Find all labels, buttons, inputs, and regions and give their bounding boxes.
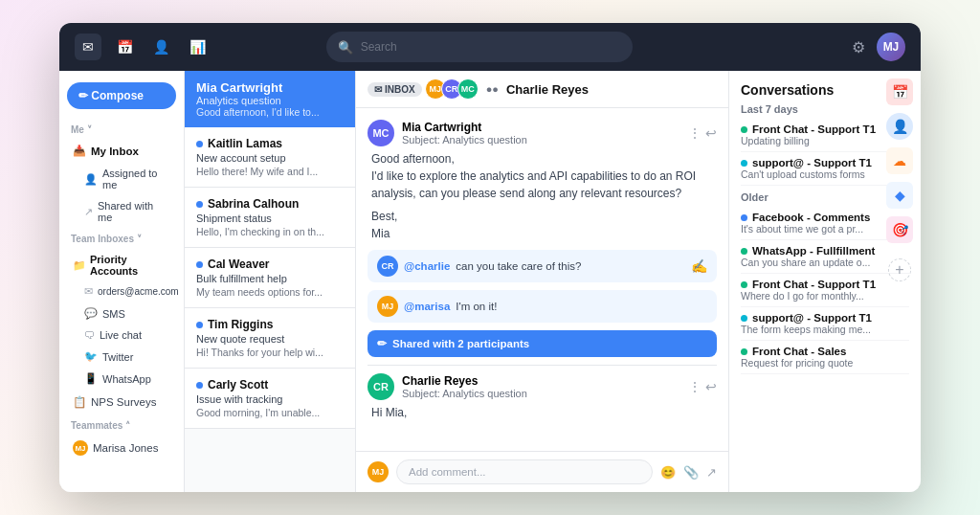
conv-item-older-1[interactable]: WhatsApp - Fullfillment Can you share an… bbox=[741, 240, 909, 274]
selected-subject: Analytics question bbox=[196, 95, 344, 106]
msg2-greeting: Hi Mia, bbox=[368, 404, 717, 421]
msg1-subject: Subject: Analytics question bbox=[402, 134, 527, 146]
folder-icon: 📁 bbox=[73, 259, 86, 272]
survey-icon: 📋 bbox=[73, 395, 86, 409]
unread-dot bbox=[196, 261, 203, 268]
inbox-icon-badge: ✉ bbox=[374, 84, 382, 95]
message-2: CR Charlie Reyes Subject: Analytics ques… bbox=[368, 365, 717, 421]
calendar-app-icon[interactable]: 📅 bbox=[886, 78, 913, 105]
status-dot bbox=[741, 214, 747, 221]
msg1-body: I'd like to explore the analytics and AP… bbox=[368, 168, 717, 202]
compose-button[interactable]: ✏ Compose bbox=[67, 82, 176, 109]
search-icon: 🔍 bbox=[338, 40, 353, 55]
chat-footer: MJ Add comment... 😊 📎 ↗ bbox=[356, 451, 728, 492]
selected-sender-name: Mia Cartwright bbox=[196, 80, 344, 95]
settings-icon[interactable]: ⚙ bbox=[852, 38, 865, 56]
contacts-app-icon[interactable]: 👤 bbox=[886, 113, 913, 140]
topbar-nav-icons: ✉ 📅 👤 📊 bbox=[75, 34, 211, 60]
msg2-header: CR Charlie Reyes Subject: Analytics ques… bbox=[368, 373, 717, 404]
mention1-scribble: ✍ bbox=[691, 258, 707, 274]
send-icon[interactable]: ↗ bbox=[706, 465, 717, 480]
unread-dot bbox=[196, 201, 203, 208]
me-section-label: Me ˅ bbox=[67, 121, 176, 137]
msg1-actions[interactable]: ⋮ ↩ bbox=[688, 125, 717, 141]
inbox-icon-sm: 📥 bbox=[73, 145, 86, 157]
conv-item-older-0[interactable]: Facebook - Comments It's about time we g… bbox=[741, 207, 909, 240]
inbox-item-4[interactable]: Carly Scott Issue with tracking Good mor… bbox=[185, 369, 355, 429]
attachment-icon[interactable]: 📎 bbox=[683, 465, 699, 480]
unread-dot bbox=[196, 382, 203, 389]
unread-dot bbox=[196, 141, 203, 147]
conv-item-older-2[interactable]: Front Chat - Support T1 Where do I go fo… bbox=[741, 274, 909, 307]
selected-preview: Good afternoon, I'd like to... bbox=[196, 106, 344, 118]
search-placeholder: Search bbox=[361, 40, 397, 54]
share-icon-sm: ↗ bbox=[84, 206, 93, 218]
message-1: MC Mia Cartwright Subject: Analytics que… bbox=[368, 120, 717, 242]
footer-icons: 😊 📎 ↗ bbox=[660, 465, 717, 480]
status-dot bbox=[741, 315, 747, 322]
sidebar-item-twitter[interactable]: 🐦 Twitter bbox=[67, 347, 176, 366]
topbar: ✉ 📅 👤 📊 🔍 Search ⚙ MJ bbox=[59, 23, 921, 71]
msg2-avatar: CR bbox=[368, 373, 394, 400]
msg1-header: MC Mia Cartwright Subject: Analytics que… bbox=[368, 120, 717, 150]
team-inboxes-label: Team Inboxes ˅ bbox=[67, 230, 176, 246]
sidebar-item-assigned[interactable]: 👤 Assigned to me bbox=[67, 165, 176, 193]
mention-1: CR @charlie can you take care of this? ✍ bbox=[368, 250, 717, 282]
unread-dot bbox=[196, 322, 203, 328]
conv-item-0[interactable]: Front Chat - Support T1 Updating billing bbox=[741, 119, 909, 152]
sidebar-item-whatsapp[interactable]: 📱 WhatsApp bbox=[67, 369, 176, 388]
right-panel-icons: 📅 👤 ☁ ◆ 🎯 + bbox=[886, 78, 913, 281]
chat-icon-sm: 🗨 bbox=[84, 329, 95, 341]
conv-item-1[interactable]: support@ - Support T1 Can't upload custo… bbox=[741, 152, 909, 186]
priority-accounts-section[interactable]: 📁 Priority Accounts bbox=[67, 250, 176, 279]
period-older: Older bbox=[741, 191, 909, 203]
chat-header: ✉ INBOX MJ CR MC ●● Charlie Reyes bbox=[356, 71, 728, 108]
inbox-item-3[interactable]: Tim Riggins New quote request Hi! Thanks… bbox=[185, 308, 355, 369]
topbar-right: ⚙ MJ bbox=[852, 33, 905, 61]
sidebar-item-shared[interactable]: ↗ Shared with me bbox=[67, 197, 176, 226]
analytics-icon[interactable]: 📊 bbox=[184, 34, 211, 60]
emoji-icon[interactable]: 😊 bbox=[660, 465, 676, 480]
main-content: ✏ Compose Me ˅ 📥 My Inbox 👤 Assigned to … bbox=[59, 71, 921, 492]
msg2-actions[interactable]: ⋮ ↩ bbox=[688, 379, 717, 394]
inbox-icon[interactable]: ✉ bbox=[75, 34, 101, 60]
add-integration-button[interactable]: + bbox=[888, 258, 911, 281]
inbox-item-0[interactable]: Kaitlin Lamas New account setup Hello th… bbox=[185, 127, 355, 188]
sidebar: ✏ Compose Me ˅ 📥 My Inbox 👤 Assigned to … bbox=[59, 71, 184, 492]
sidebar-item-sms[interactable]: 💬 SMS bbox=[67, 304, 176, 323]
search-bar[interactable]: 🔍 Search bbox=[326, 32, 633, 62]
twitter-icon: 🐦 bbox=[84, 350, 98, 363]
conv-item-older-4[interactable]: Front Chat - Sales Request for pricing q… bbox=[741, 341, 909, 374]
sidebar-item-marisa[interactable]: MJ Marisa Jones bbox=[67, 437, 176, 459]
inbox-selected-item[interactable]: Mia Cartwright Analytics question Good a… bbox=[185, 71, 355, 127]
sidebar-item-livechat[interactable]: 🗨 Live chat bbox=[67, 326, 176, 344]
inbox-badge: ✉ INBOX bbox=[368, 82, 422, 97]
thread-icon: ✏ bbox=[377, 337, 387, 350]
chat-header-name: Charlie Reyes bbox=[506, 82, 589, 97]
thread-banner: ✏ Shared with 2 participants bbox=[368, 330, 717, 357]
user-icon-sm: 👤 bbox=[84, 173, 98, 186]
right-panel: 📅 👤 ☁ ◆ 🎯 + Conversations Last 7 days Fr… bbox=[729, 71, 921, 492]
comment-input[interactable]: Add comment... bbox=[396, 459, 653, 484]
sidebar-item-orders[interactable]: ✉ orders@acme.com bbox=[67, 282, 176, 301]
teammates-label: Teammates ˄ bbox=[67, 416, 176, 433]
sidebar-item-nps[interactable]: 📋 NPS Surveys bbox=[67, 392, 176, 413]
contacts-icon[interactable]: 👤 bbox=[147, 34, 174, 60]
marketing-icon[interactable]: 🎯 bbox=[886, 216, 913, 243]
whatsapp-icon: 📱 bbox=[84, 372, 98, 385]
calendar-icon[interactable]: 📅 bbox=[111, 34, 138, 60]
sms-icon: 💬 bbox=[84, 307, 98, 320]
user-avatar[interactable]: MJ bbox=[877, 33, 905, 61]
conv-item-older-3[interactable]: support@ - Support T1 The form keeps mak… bbox=[741, 307, 909, 341]
sidebar-item-my-inbox[interactable]: 📥 My Inbox bbox=[67, 141, 176, 161]
chat-body: MC Mia Cartwright Subject: Analytics que… bbox=[356, 108, 728, 451]
msg1-sign: Best, Mia bbox=[368, 208, 717, 242]
salesforce-icon[interactable]: ☁ bbox=[886, 147, 913, 174]
integration-icon[interactable]: ◆ bbox=[886, 182, 913, 209]
inbox-item-1[interactable]: Sabrina Calhoun Shipment status Hello, I… bbox=[185, 188, 355, 248]
footer-avatar: MJ bbox=[368, 461, 389, 482]
msg1-greeting: Good afternoon, bbox=[368, 150, 717, 168]
inbox-item-2[interactable]: Cal Weaver Bulk fulfillment help My team… bbox=[185, 248, 355, 308]
avatar-3: MC bbox=[457, 78, 479, 100]
status-dot bbox=[741, 348, 747, 355]
